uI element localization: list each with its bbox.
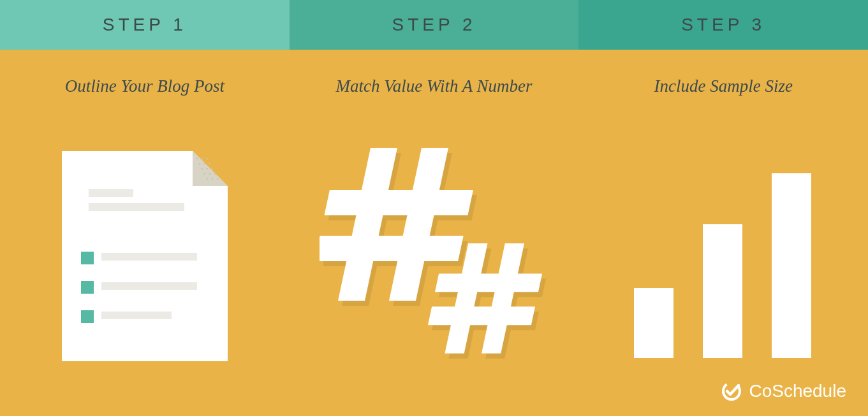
svg-rect-34	[634, 288, 673, 358]
step-tab-3: STEP 3	[578, 0, 868, 50]
svg-point-13	[209, 173, 211, 175]
coschedule-check-icon	[721, 380, 742, 402]
column-step-1: Outline Your Blog Post	[0, 50, 290, 416]
brand-name: CoSchedule	[749, 381, 846, 401]
svg-point-11	[212, 168, 214, 170]
bar-chart-icon	[621, 148, 825, 364]
hash-icon	[320, 148, 549, 364]
svg-rect-25	[101, 312, 172, 319]
step-1-title: Outline Your Blog Post	[65, 76, 224, 96]
svg-point-3	[196, 158, 198, 160]
svg-point-5	[207, 158, 209, 160]
svg-rect-31	[482, 243, 524, 354]
svg-rect-29	[320, 236, 464, 261]
svg-point-15	[207, 178, 209, 180]
svg-point-8	[209, 163, 211, 165]
svg-rect-36	[772, 173, 811, 358]
svg-rect-26	[337, 148, 397, 301]
column-step-2: Match Value With A Number	[290, 50, 579, 416]
svg-rect-28	[324, 190, 473, 215]
svg-point-10	[207, 168, 209, 170]
svg-rect-32	[434, 274, 541, 292]
svg-point-6	[199, 163, 201, 165]
step-tab-2: STEP 2	[290, 0, 579, 50]
step-3-title: Include Sample Size	[654, 76, 792, 96]
svg-point-12	[204, 173, 206, 175]
svg-rect-19	[89, 203, 184, 211]
svg-point-14	[214, 173, 216, 175]
column-step-3: Include Sample Size	[578, 50, 868, 416]
svg-rect-18	[89, 189, 133, 197]
svg-point-9	[202, 168, 203, 170]
svg-rect-33	[427, 306, 534, 325]
svg-rect-22	[81, 281, 94, 294]
svg-point-16	[212, 178, 214, 180]
content-row: Outline Your Blog Post	[0, 50, 868, 416]
svg-rect-21	[101, 253, 197, 261]
brand-logo: CoSchedule	[721, 380, 846, 402]
svg-rect-35	[703, 224, 742, 358]
svg-rect-23	[101, 282, 197, 290]
step-2-illustration	[290, 96, 579, 416]
document-icon	[62, 151, 228, 361]
svg-rect-20	[81, 252, 94, 264]
svg-point-7	[204, 163, 206, 165]
step-2-title: Match Value With A Number	[336, 76, 533, 96]
step-tab-1: STEP 1	[0, 0, 290, 50]
step-3-illustration	[578, 96, 868, 416]
step-bar: STEP 1 STEP 2 STEP 3	[0, 0, 868, 50]
svg-point-4	[202, 158, 203, 160]
step-1-illustration	[0, 96, 290, 416]
svg-point-17	[217, 178, 219, 180]
svg-rect-24	[81, 310, 94, 323]
